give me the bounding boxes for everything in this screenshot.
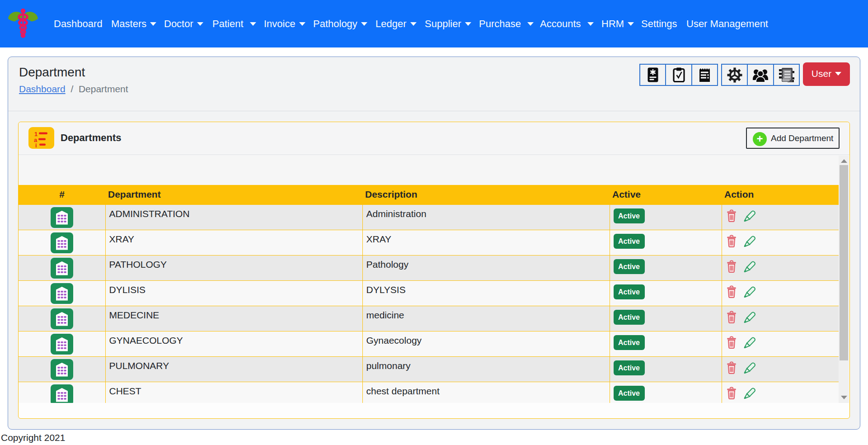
svg-text:i: i bbox=[35, 142, 37, 149]
